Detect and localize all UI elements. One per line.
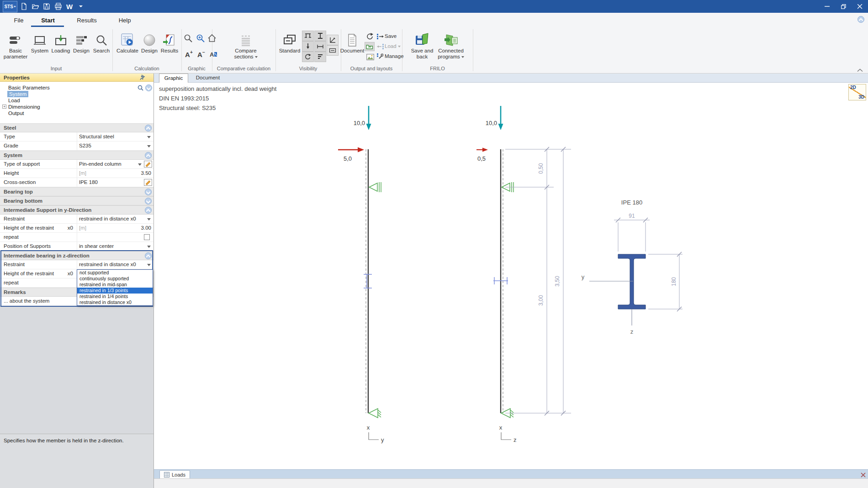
collapse-ribbon-icon[interactable] [857, 66, 863, 74]
restraint-height-value[interactable]: 3.00 [141, 224, 151, 232]
font-larger-icon[interactable]: A+ [183, 49, 195, 59]
toggle-cross-section-icon[interactable] [314, 31, 326, 41]
toggle-dimensions-icon[interactable] [314, 41, 326, 52]
expand-section-icon[interactable] [145, 189, 152, 195]
toggle-axes-icon[interactable] [327, 35, 339, 45]
dropdown-option-not-supported[interactable]: not supported [77, 270, 153, 276]
dropdown-option-one-third-points[interactable]: restrained in 1/3 points [77, 288, 153, 294]
property-row-restraint-height-y[interactable]: Height of the restraint x0 [m] 3.00 [0, 224, 153, 233]
ribbon-design-input-button[interactable]: Design [71, 29, 91, 54]
property-row-repeat-y[interactable]: repeat [0, 233, 153, 242]
menu-tab-file[interactable]: File [7, 13, 30, 27]
menu-tab-results[interactable]: Results [71, 13, 102, 27]
manage-layouts-label[interactable]: Manage [385, 53, 404, 60]
dropdown-caret-icon[interactable] [147, 218, 151, 220]
ribbon-document-button[interactable]: Document [341, 29, 364, 54]
tree-item-output[interactable]: Output [8, 110, 24, 116]
toggle-rotation-icon[interactable] [302, 52, 314, 62]
collapse-section-icon[interactable] [145, 152, 152, 159]
property-value[interactable]: Structural steel [79, 132, 114, 141]
customize-toolbar-icon[interactable] [76, 1, 86, 11]
tree-item-dimensioning[interactable]: Dimensioning [8, 104, 40, 110]
property-row-height[interactable]: Height [m] 3.50 [0, 169, 153, 178]
dropdown-caret-icon[interactable] [147, 136, 151, 138]
dropdown-caret-icon[interactable] [138, 163, 142, 166]
close-button[interactable] [852, 0, 868, 13]
property-value[interactable]: IPE 180 [79, 178, 98, 187]
tree-expand-icon[interactable]: + [2, 105, 6, 109]
ribbon-search-button[interactable]: Search [91, 29, 111, 54]
section-header-intermediate-support-y[interactable]: Intermediate Support in y-Direction [0, 205, 153, 215]
save-icon[interactable] [42, 1, 52, 11]
manage-layouts-icon[interactable] [376, 53, 384, 60]
ribbon-design-calc-button[interactable]: Design [140, 29, 159, 54]
refresh-icon[interactable] [365, 32, 375, 41]
load-layout-label[interactable]: Load [385, 43, 401, 50]
graphic-canvas[interactable]: superposition automatically incl. dead w… [154, 83, 868, 469]
property-value[interactable]: restrained in distance x0 [79, 260, 136, 269]
property-row-restraint-z[interactable]: Restraint restrained in distance x0 [0, 260, 153, 269]
section-header-system[interactable]: System [0, 151, 153, 160]
tree-item-load[interactable]: Load [8, 97, 20, 104]
property-value[interactable]: Pin-ended column [79, 160, 122, 168]
collapse-section-icon[interactable] [145, 252, 152, 259]
property-row-type-of-support[interactable]: Type of support Pin-ended column [0, 160, 153, 169]
toggle-supports-icon[interactable] [302, 31, 314, 41]
property-value[interactable]: S235 [79, 142, 91, 150]
property-row-cross-section[interactable]: Cross-section IPE 180 [0, 178, 153, 187]
ribbon-basic-parameter-button[interactable]: Basic parameter [4, 29, 27, 60]
menu-tab-help[interactable]: Help [113, 13, 136, 27]
save-layout-icon[interactable] [376, 33, 384, 40]
section-header-intermediate-bearing-z[interactable]: Intermediate bearing in z-direction [0, 251, 153, 260]
property-row-type[interactable]: Type Structural steel [0, 132, 153, 142]
toggle-loads-icon[interactable] [302, 41, 314, 52]
dropdown-option-distance-x0[interactable]: restrained in distance x0 [77, 299, 153, 305]
print-icon[interactable] [53, 1, 63, 11]
dropdown-caret-icon[interactable] [147, 145, 151, 147]
section-header-steel[interactable]: Steel [0, 123, 153, 132]
tree-item-basic-parameters[interactable]: Basic Parameters [8, 84, 50, 91]
tree-item-system[interactable]: System [7, 91, 28, 97]
new-document-icon[interactable] [19, 1, 29, 11]
load-layout-folder-icon[interactable] [365, 42, 375, 51]
section-header-bearing-top[interactable]: Bearing top [0, 187, 153, 196]
dropdown-caret-icon[interactable] [147, 264, 151, 266]
app-logo-sts-button[interactable]: STS+ [3, 1, 17, 12]
tab-graphic[interactable]: Graphic [159, 73, 188, 83]
loads-panel-tab[interactable]: Loads [159, 470, 190, 479]
property-value[interactable]: restrained in distance x0 [79, 215, 136, 223]
restore-button[interactable] [835, 0, 852, 13]
toggle-hatching-icon[interactable] [314, 52, 326, 62]
zoom-selection-icon[interactable] [195, 33, 206, 43]
section-header-bearing-bottom[interactable]: Bearing bottom [0, 196, 153, 205]
collapse-section-icon[interactable] [145, 207, 152, 214]
zoom-icon[interactable] [182, 33, 194, 43]
tree-search-icon[interactable] [138, 85, 143, 92]
dropdown-option-one-quarter-points[interactable]: restrained in 1/4 points [77, 294, 153, 299]
ribbon-calculate-button[interactable]: Calculate [115, 29, 140, 54]
dropdown-option-mid-span[interactable]: restrained in mid-span [77, 282, 153, 288]
toggle-text-labels-icon[interactable] [327, 45, 339, 56]
account-icon[interactable] [857, 16, 864, 23]
dropdown-caret-icon[interactable] [147, 246, 151, 248]
tab-document[interactable]: Document [189, 73, 227, 83]
repeat-checkbox[interactable] [144, 234, 150, 240]
load-layout-icon[interactable] [376, 43, 384, 50]
dropdown-option-continuously-supported[interactable]: continuously supported [77, 276, 153, 282]
property-row-position-of-supports[interactable]: Position of Supports in shear center [0, 242, 153, 251]
property-row-restraint-y[interactable]: Restraint restrained in distance x0 [0, 215, 153, 224]
edit-icon[interactable] [144, 179, 152, 187]
property-value[interactable]: in shear center [79, 242, 114, 251]
save-layout-label[interactable]: Save [385, 33, 397, 40]
ribbon-standard-button[interactable]: Standard [278, 29, 302, 54]
height-value[interactable]: 3.50 [141, 169, 151, 178]
ribbon-connected-programs-button[interactable]: Connected programs [435, 29, 467, 60]
tree-collapse-all-icon[interactable] [145, 84, 152, 91]
open-file-icon[interactable] [30, 1, 40, 11]
ribbon-results-button[interactable]: Results [159, 29, 180, 54]
ribbon-save-and-back-button[interactable]: Save and back [410, 29, 434, 60]
ribbon-system-button[interactable]: System [28, 29, 51, 54]
collapse-section-icon[interactable] [145, 125, 152, 131]
property-row-grade[interactable]: Grade S235 [0, 142, 153, 151]
ribbon-compare-sections-button[interactable]: Compare sections [228, 29, 263, 60]
